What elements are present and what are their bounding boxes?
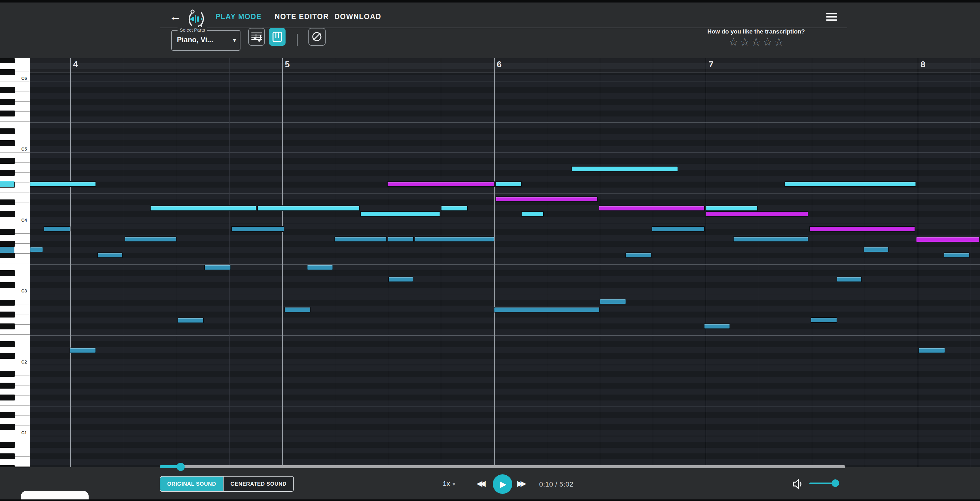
- circle-slash-icon: [309, 29, 325, 45]
- volume-icon[interactable]: [792, 478, 805, 490]
- black-key[interactable]: [0, 323, 15, 329]
- star-icon[interactable]: ☆: [773, 35, 784, 48]
- star-icon[interactable]: ☆: [728, 35, 739, 48]
- lane-stripe: [30, 282, 980, 288]
- black-key[interactable]: [0, 442, 15, 448]
- black-key[interactable]: [0, 111, 15, 116]
- generated-sound-button[interactable]: GENERATED SOUND: [224, 477, 293, 491]
- octave-line-bc: [30, 365, 980, 365]
- black-key[interactable]: [0, 99, 15, 105]
- octave-line-bc: [30, 436, 980, 436]
- note-bar: [97, 252, 123, 258]
- black-key[interactable]: [0, 300, 15, 306]
- play-button[interactable]: ▶: [493, 474, 512, 494]
- note-bar: [415, 236, 495, 242]
- black-key[interactable]: [0, 158, 15, 164]
- black-key[interactable]: [0, 282, 15, 288]
- tab-download[interactable]: DOWNLOAD: [334, 13, 381, 21]
- note-bar: [600, 299, 626, 304]
- black-key[interactable]: [0, 424, 15, 430]
- volume-slider-track[interactable]: [809, 482, 834, 484]
- sound-source-toggle: ORIGINAL SOUND GENERATED SOUND: [160, 476, 294, 492]
- note-bar: [43, 226, 70, 232]
- black-key[interactable]: [0, 69, 15, 75]
- highlighted-key[interactable]: [0, 247, 14, 253]
- black-key[interactable]: [0, 341, 15, 347]
- tab-play-mode[interactable]: PLAY MODE: [215, 13, 262, 21]
- black-key[interactable]: [0, 241, 15, 247]
- octave-line-bc: [30, 294, 980, 294]
- rewind-button[interactable]: ◀◀: [477, 479, 483, 488]
- score-view-button[interactable]: [248, 28, 265, 46]
- speed-value: 1x: [443, 480, 450, 488]
- lane-stripe: [30, 253, 980, 259]
- black-key[interactable]: [0, 253, 15, 259]
- black-key[interactable]: [0, 383, 15, 388]
- beat-line: [229, 58, 229, 467]
- highlighted-key[interactable]: [0, 181, 14, 187]
- black-key[interactable]: [0, 229, 15, 235]
- note-bar: [388, 277, 413, 282]
- hamburger-menu-icon[interactable]: [826, 11, 837, 21]
- original-sound-button[interactable]: ORIGINAL SOUND: [160, 477, 224, 491]
- note-bar: [30, 181, 96, 187]
- beat-line: [123, 58, 123, 467]
- black-key[interactable]: [0, 58, 15, 63]
- note-bar: [30, 247, 43, 252]
- black-key[interactable]: [0, 199, 15, 205]
- lane-stripe: [30, 158, 980, 164]
- back-icon[interactable]: ←: [169, 10, 181, 24]
- black-key[interactable]: [0, 394, 15, 401]
- black-key[interactable]: [0, 371, 15, 377]
- piano-roll-view-button[interactable]: [269, 28, 286, 46]
- octave-line-bc: [30, 81, 980, 81]
- black-key[interactable]: [0, 128, 15, 134]
- volume-slider-knob[interactable]: [832, 479, 839, 487]
- forward-button[interactable]: ▶▶: [517, 479, 524, 488]
- top-toolbar: ← PLAY MODE NOTE EDITOR DOWNLOAD Select …: [0, 3, 980, 58]
- select-parts-dropdown[interactable]: Select Parts Piano, Vi... ▾: [171, 30, 240, 51]
- black-key[interactable]: [0, 211, 15, 217]
- playback-progress-knob[interactable]: [177, 463, 185, 471]
- octave-label: C6: [0, 76, 27, 81]
- beat-line: [865, 58, 865, 467]
- playback-progress-track[interactable]: [160, 465, 845, 468]
- black-key[interactable]: [0, 87, 15, 93]
- beat-line: [970, 58, 971, 467]
- note-bar: [733, 236, 808, 242]
- star-icon[interactable]: ☆: [739, 35, 751, 48]
- note-bar: [441, 205, 468, 211]
- lane-stripe: [30, 111, 980, 116]
- note-bar: [599, 205, 705, 211]
- black-key[interactable]: [0, 453, 15, 460]
- lane-stripe: [30, 453, 980, 460]
- black-key[interactable]: [0, 312, 15, 318]
- star-icon[interactable]: ☆: [762, 35, 773, 48]
- beat-line: [547, 58, 547, 467]
- black-key[interactable]: [0, 412, 15, 418]
- note-bar: [387, 181, 495, 187]
- select-parts-value: Piano, Vi...: [177, 36, 213, 44]
- lane-stripe: [30, 211, 980, 217]
- note-bar: [918, 348, 945, 353]
- tab-note-editor[interactable]: NOTE EDITOR: [275, 13, 329, 21]
- black-key[interactable]: [0, 353, 15, 359]
- circle-slash-button[interactable]: [309, 28, 326, 46]
- white-key-divider: [0, 406, 30, 406]
- note-bar: [178, 318, 204, 323]
- white-key-divider: [0, 294, 30, 294]
- octave-line-ef: [30, 264, 980, 265]
- white-key-divider: [0, 264, 30, 264]
- black-key[interactable]: [0, 170, 15, 176]
- note-bar: [652, 226, 705, 232]
- black-key[interactable]: [0, 270, 15, 276]
- playback-speed-dropdown[interactable]: 1x▾: [443, 480, 455, 488]
- note-bar: [257, 205, 360, 211]
- note-bar: [307, 265, 333, 270]
- lane-stripe: [30, 412, 980, 418]
- piano-keyboard[interactable]: C6C5C4C3C2C1: [0, 58, 30, 467]
- star-icon[interactable]: ☆: [751, 35, 762, 48]
- lane-stripe: [30, 323, 980, 329]
- black-key[interactable]: [0, 140, 15, 146]
- note-bar: [864, 247, 889, 252]
